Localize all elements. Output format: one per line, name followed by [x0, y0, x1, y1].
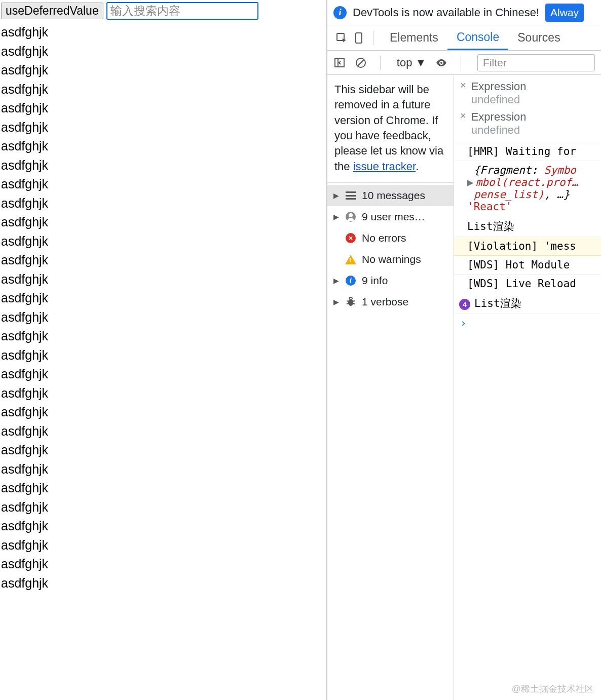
infobar-action-button[interactable]: Alway [545, 4, 584, 22]
svg-rect-1 [356, 33, 362, 43]
svg-line-10 [353, 301, 355, 301]
list-item: asdfghjk [1, 289, 325, 308]
console-toolbar: top ▼ [327, 51, 601, 75]
list-item: asdfghjk [1, 517, 325, 536]
inspect-element-icon[interactable] [332, 29, 351, 47]
list-item: asdfghjk [1, 80, 325, 99]
bug-icon [345, 296, 357, 308]
sidebar-item[interactable]: ×No errors [327, 227, 454, 249]
sidebar-item-label: 1 verbose [362, 296, 408, 308]
list-item: asdfghjk [1, 555, 325, 574]
sidebar-item-label: No errors [362, 232, 406, 244]
list-item: asdfghjk [1, 270, 325, 289]
devtools-panel: i DevTools is now available in Chinese! … [326, 0, 601, 700]
sidebar-item-label: No warnings [362, 253, 421, 265]
search-input[interactable] [106, 2, 258, 20]
watch-text: Expressionundefined [471, 110, 527, 137]
error-icon: × [345, 232, 357, 244]
svg-line-11 [347, 303, 349, 304]
log-row[interactable]: [HMR] Waiting for [454, 142, 601, 161]
page-header: useDeferredValue [1, 2, 325, 20]
tab-console[interactable]: Console [447, 25, 508, 50]
list-item: asdfghjk [1, 42, 325, 61]
list-item: asdfghjk [1, 346, 325, 365]
list-item: asdfghjk [1, 422, 325, 441]
sidebar-item[interactable]: ▶10 messages [327, 185, 454, 206]
context-selector[interactable]: top ▼ [397, 56, 426, 69]
notice-text-pre: This sidebar will be removed in a future… [334, 83, 443, 173]
remove-watch-icon[interactable]: × [460, 110, 466, 121]
list-item: asdfghjk [1, 23, 325, 42]
sidebar-item-label: 9 info [362, 275, 388, 287]
list-item: asdfghjk [1, 194, 325, 213]
log-row-violation[interactable]: [Violation] 'mess [454, 237, 601, 256]
sidebar-item-label: 10 messages [362, 189, 425, 202]
warning-icon [345, 253, 357, 265]
chevron-down-icon: ▼ [415, 56, 426, 69]
list-item: asdfghjk [1, 99, 325, 118]
live-expression-icon[interactable] [435, 55, 447, 70]
svg-line-6 [358, 60, 364, 66]
list-item: asdfghjk [1, 498, 325, 517]
watch-expression[interactable]: ×Expressionundefined [454, 108, 601, 139]
list-item: asdfghjk [1, 403, 325, 422]
info-icon: i [333, 6, 347, 19]
separator [380, 56, 381, 70]
list-item: asdfghjk [1, 536, 325, 555]
result-list: asdfghjkasdfghjkasdfghjkasdfghjkasdfghjk… [1, 23, 325, 593]
remove-watch-icon[interactable]: × [460, 80, 466, 90]
repeat-count-badge: 4 [459, 299, 470, 310]
sidebar-deprecation-notice: This sidebar will be removed in a future… [327, 75, 454, 183]
device-toolbar-icon[interactable] [351, 29, 369, 47]
watch-text: Expressionundefined [471, 80, 527, 106]
user-icon [345, 211, 357, 223]
caret-icon: ▶ [332, 298, 340, 306]
log-row[interactable]: [WDS] Live Reload [454, 275, 601, 293]
list-item: asdfghjk [1, 308, 325, 327]
issue-tracker-link[interactable]: issue tracker [353, 160, 416, 173]
log-row[interactable]: {Fragment: Symbo ▶mbol(react.prof… pense… [454, 161, 601, 216]
list-item: asdfghjk [1, 156, 325, 175]
caret-icon: ▶ [332, 191, 340, 200]
sidebar-item[interactable]: ▶1 verbose [327, 291, 454, 313]
list-item: asdfghjk [1, 232, 325, 251]
log-row[interactable]: 4List渲染 [454, 293, 601, 314]
list-item: asdfghjk [1, 384, 325, 403]
caret-icon: ▶ [332, 277, 340, 285]
watch-expressions: ×Expressionundefined×Expressionundefined [454, 75, 601, 142]
console-sidebar: This sidebar will be removed in a future… [327, 75, 454, 700]
tab-elements[interactable]: Elements [381, 25, 447, 50]
svg-line-9 [347, 301, 349, 301]
info-icon: i [345, 275, 357, 287]
log-row[interactable]: [WDS] Hot Module [454, 256, 601, 275]
list-item: asdfghjk [1, 175, 325, 194]
list-item: asdfghjk [1, 574, 325, 593]
svg-line-12 [353, 303, 355, 304]
toggle-sidebar-icon[interactable] [333, 55, 346, 70]
list-item: asdfghjk [1, 327, 325, 346]
filter-input[interactable] [477, 54, 595, 71]
notice-text-post: . [416, 160, 419, 173]
devtools-tabstrip: Elements Console Sources [327, 25, 601, 51]
app-page: useDeferredValue asdfghjkasdfghjkasdfghj… [0, 0, 326, 700]
sidebar-items: ▶10 messages▶9 user mes…×No errorsNo war… [327, 183, 454, 313]
list-item: asdfghjk [1, 61, 325, 80]
tab-sources[interactable]: Sources [508, 25, 569, 50]
list-item: asdfghjk [1, 213, 325, 232]
sidebar-item[interactable]: ▶i9 info [327, 270, 454, 291]
clear-console-icon[interactable] [355, 55, 367, 70]
separator [373, 31, 373, 45]
list-item: asdfghjk [1, 251, 325, 270]
use-deferred-value-button[interactable]: useDeferredValue [1, 3, 103, 19]
sidebar-item[interactable]: No warnings [327, 249, 454, 270]
list-icon [345, 189, 357, 202]
console-main: ×Expressionundefined×Expressionundefined… [454, 75, 601, 700]
console-body: This sidebar will be removed in a future… [327, 75, 601, 700]
svg-point-7 [440, 62, 442, 64]
log-row[interactable]: List渲染 [454, 216, 601, 237]
devtools-infobar: i DevTools is now available in Chinese! … [327, 0, 601, 25]
console-prompt[interactable]: › [454, 314, 601, 332]
watch-expression[interactable]: ×Expressionundefined [454, 78, 601, 108]
sidebar-item[interactable]: ▶9 user mes… [327, 206, 454, 227]
context-label: top [397, 56, 412, 69]
